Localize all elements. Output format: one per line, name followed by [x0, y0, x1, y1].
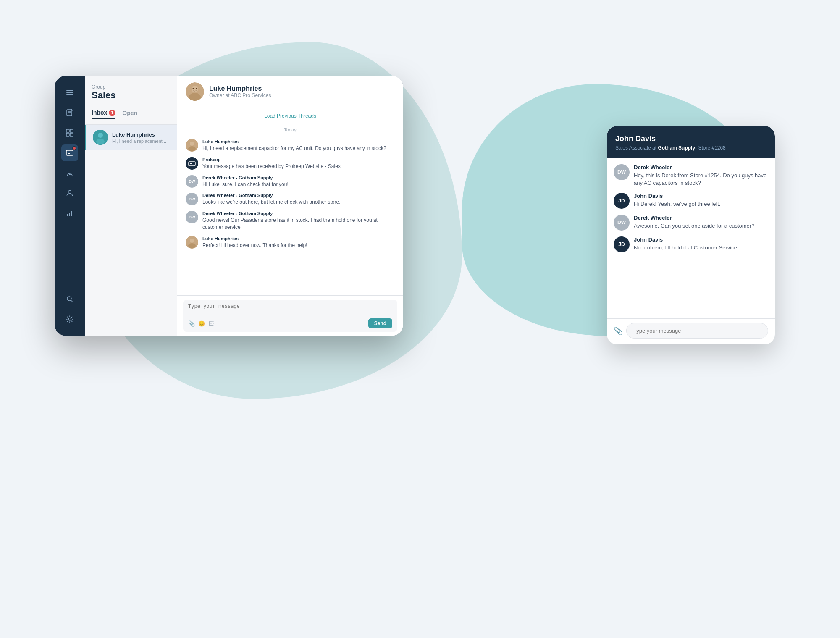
- phone-msg-sender-1: John Davis: [634, 193, 720, 199]
- phone-store: - Store #1268: [695, 145, 726, 151]
- emoji-icon[interactable]: 😊: [198, 320, 205, 327]
- phone-input-field[interactable]: [626, 323, 768, 339]
- msg-row-0: Luke Humphries Hi, I need a replacement …: [186, 139, 395, 152]
- svg-rect-12: [68, 153, 70, 154]
- phone-msg-content-1: John Davis Hi Derek! Yeah, we've got thr…: [634, 193, 720, 208]
- msg-text-3: Looks like we're out here, but let me ch…: [202, 199, 340, 206]
- chat-header-info: Luke Humphries Owner at ABC Pro Services: [209, 85, 271, 98]
- msg-text-1: Your message has been received by Prokee…: [202, 163, 342, 170]
- msg-content-1: Prokeep Your message has been received b…: [202, 157, 342, 170]
- image-icon[interactable]: 🖼: [208, 320, 214, 327]
- chat-input-footer: 📎 😊 🖼 Send: [188, 318, 392, 328]
- group-label: Group: [92, 84, 170, 90]
- sidebar-icon-menu[interactable]: [61, 84, 78, 101]
- svg-line-19: [71, 300, 73, 302]
- svg-point-27: [193, 88, 194, 89]
- tab-inbox[interactable]: Inbox 1: [92, 109, 116, 119]
- svg-rect-9: [66, 133, 69, 136]
- conv-name-luke: Luke Humphries: [112, 131, 170, 138]
- sidebar-icon-settings[interactable]: [61, 311, 78, 328]
- sidebar-icon-grid[interactable]: [61, 124, 78, 141]
- msg-sender-4: Derek Wheeler - Gotham Supply: [202, 211, 395, 216]
- attach-icon[interactable]: 📎: [188, 320, 195, 327]
- msg-avatar-1: [186, 157, 198, 170]
- conv-avatar-luke: [93, 130, 108, 145]
- phone-avatar-1: JD: [614, 193, 630, 209]
- phone-messages: DW Derek Wheeler Hey, this is Derek from…: [607, 158, 775, 318]
- svg-point-25: [192, 86, 198, 92]
- phone-avatar-3: JD: [614, 236, 630, 252]
- svg-rect-8: [70, 129, 73, 132]
- conv-item-luke[interactable]: Luke Humphries Hi, I need a replacement.…: [85, 125, 177, 150]
- phone-msg-text-1: Hi Derek! Yeah, we've got three left.: [634, 200, 720, 208]
- date-divider: Today: [186, 127, 395, 132]
- phone-contact-role: Sales Associate at Gotham Supply- Store …: [615, 145, 766, 151]
- msg-sender-5: Luke Humphries: [202, 236, 307, 241]
- msg-text-4: Good news! Our Pasadena store has it in …: [202, 217, 395, 231]
- msg-text-2: Hi Luke, sure. I can check that for you!: [202, 181, 289, 188]
- chat-input-field[interactable]: [188, 303, 392, 315]
- chat-input-icons: 📎 😊 🖼: [188, 320, 214, 327]
- sidebar-icon-contacts[interactable]: [61, 185, 78, 202]
- sidebar: [55, 76, 85, 336]
- main-panel: Group Sales Inbox 1 Open: [85, 76, 403, 336]
- svg-rect-15: [67, 214, 68, 216]
- sidebar-icon-inbox[interactable]: [61, 144, 78, 161]
- load-prev-btn[interactable]: Load Previous Threads: [186, 113, 395, 119]
- phone-msg-text-3: No problem, I'll hold it at Customer Ser…: [634, 244, 739, 252]
- phone-msg-content-0: Derek Wheeler Hey, this is Derek from St…: [634, 164, 768, 187]
- svg-point-22: [98, 133, 103, 138]
- svg-rect-7: [66, 129, 69, 132]
- phone-device: John Davis Sales Associate at Gotham Sup…: [607, 126, 775, 344]
- chat-input-box: 📎 😊 🖼 Send: [183, 300, 397, 332]
- msg-content-2: Derek Wheeler - Gotham Supply Hi Luke, s…: [202, 175, 289, 188]
- msg-avatar-5: [186, 236, 198, 249]
- tab-inbox-label: Inbox: [92, 109, 107, 116]
- phone-msg-sender-0: Derek Wheeler: [634, 164, 768, 171]
- sidebar-icon-compose[interactable]: [61, 104, 78, 121]
- svg-rect-2: [66, 94, 73, 95]
- sidebar-icon-charts[interactable]: [61, 205, 78, 222]
- phone-msg-row-0: DW Derek Wheeler Hey, this is Derek from…: [614, 164, 768, 187]
- msg-content-3: Derek Wheeler - Gotham Supply Looks like…: [202, 193, 340, 206]
- phone-avatar-2: DW: [614, 215, 630, 231]
- phone-input-area: 📎: [607, 318, 775, 344]
- tab-open[interactable]: Open: [122, 109, 137, 119]
- phone-msg-sender-3: John Davis: [634, 236, 739, 243]
- sidebar-icon-search[interactable]: [61, 291, 78, 307]
- phone-header: John Davis Sales Associate at Gotham Sup…: [607, 126, 775, 158]
- msg-sender-2: Derek Wheeler - Gotham Supply: [202, 175, 289, 180]
- phone-avatar-0: DW: [614, 164, 630, 180]
- group-name: Sales: [92, 90, 170, 101]
- chat-header: Luke Humphries Owner at ABC Pro Services: [177, 76, 403, 108]
- msg-sender-1: Prokeep: [202, 157, 342, 162]
- chat-input-area: 📎 😊 🖼 Send: [177, 295, 403, 336]
- msg-row-3: DW Derek Wheeler - Gotham Supply Looks l…: [186, 193, 395, 206]
- svg-rect-0: [66, 90, 73, 91]
- msg-avatar-0: [186, 139, 198, 152]
- phone-msg-row-2: DW Derek Wheeler Awesome. Can you set on…: [614, 215, 768, 231]
- svg-point-36: [190, 239, 194, 243]
- phone-msg-sender-2: Derek Wheeler: [634, 215, 754, 221]
- svg-rect-17: [71, 211, 72, 216]
- msg-sender-3: Derek Wheeler - Gotham Supply: [202, 193, 340, 198]
- sidebar-icon-signal[interactable]: [61, 165, 78, 181]
- chat-contact-role: Owner at ABC Pro Services: [209, 92, 271, 98]
- chat-header-avatar: [186, 82, 204, 101]
- msg-row-5: Luke Humphries Perfect! I'll head over n…: [186, 236, 395, 249]
- phone-msg-text-0: Hey, this is Derek from Store #1254. Do …: [634, 172, 768, 187]
- svg-rect-10: [70, 133, 73, 136]
- conv-header: Group Sales: [85, 84, 177, 106]
- phone-company: Gotham Supply: [658, 145, 695, 151]
- svg-point-23: [96, 139, 105, 144]
- msg-avatar-3: DW: [186, 193, 198, 205]
- tablet-device: Group Sales Inbox 1 Open: [55, 76, 403, 336]
- send-button[interactable]: Send: [368, 318, 392, 328]
- phone-msg-content-3: John Davis No problem, I'll hold it at C…: [634, 236, 739, 252]
- phone-role-prefix: Sales Associate at: [615, 145, 658, 151]
- svg-point-31: [188, 146, 196, 151]
- chat-contact-name: Luke Humphries: [209, 85, 271, 92]
- phone-attach-icon[interactable]: 📎: [614, 326, 623, 336]
- msg-row-1: Prokeep Your message has been received b…: [186, 157, 395, 170]
- svg-rect-16: [69, 213, 70, 216]
